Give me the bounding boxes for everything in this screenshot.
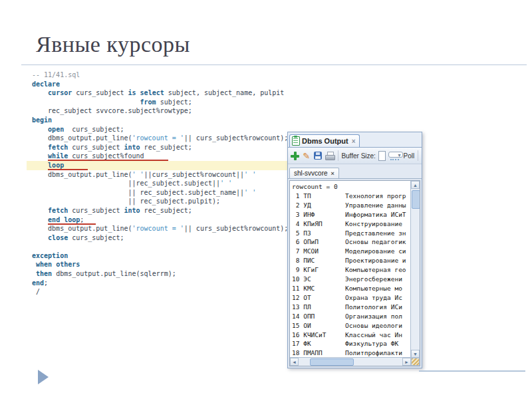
code-line: dbms_output.put_line('rowcount = '|| cur…: [27, 134, 301, 143]
code-line: dbms_output.put_line(' '||curs_subject%r…: [27, 170, 301, 180]
output-area: rowcount = 0 1 ТП Технология прогр 2 УД …: [289, 180, 420, 366]
code-line: from subject;: [27, 98, 301, 107]
poll-slider[interactable]: ▾: [388, 151, 401, 160]
code-line: exception: [27, 251, 301, 261]
buffer-size-input[interactable]: [378, 151, 386, 161]
code-line: -- 11/41.sql: [27, 70, 301, 80]
close-icon[interactable]: ×: [352, 138, 356, 145]
code-line: end;: [27, 279, 301, 288]
title-divider: [21, 65, 527, 65]
code-line: end loop;: [27, 215, 301, 225]
scroll-down-icon[interactable]: ▼: [411, 350, 420, 358]
poll-label: Poll: [404, 152, 415, 160]
tab-dbms-output[interactable]: Dbms Output ×: [289, 134, 360, 147]
slide-footer-triangle-icon: [38, 370, 49, 384]
code-line: cursor curs_subject is select subject, s…: [27, 88, 301, 98]
code-line: close curs_subject;: [27, 233, 301, 243]
scroll-up-icon[interactable]: ▲: [411, 181, 420, 189]
code-line: begin: [27, 116, 301, 125]
connection-tab-label: shl-svvcore: [294, 170, 328, 177]
add-output-button[interactable]: [291, 150, 299, 162]
code-line: while curs_subject%found: [27, 152, 301, 161]
code-block: -- 11/41.sqldeclare cursor curs_subject …: [27, 70, 301, 297]
code-line: declare: [27, 80, 301, 89]
slide-footer-line: [419, 370, 525, 372]
pencil-icon: ✎: [303, 152, 310, 160]
output-text: rowcount = 0 1 ТП Технология прогр 2 УД …: [290, 181, 420, 359]
connection-tab-bar: shl-svvcore ×: [288, 164, 422, 179]
code-line: fetch curs_subject into rec_subject;: [27, 143, 301, 152]
code-line: ||rec_subject.subject||' ': [27, 179, 301, 188]
slide: Явные курсоры -- 11/41.sqldeclare cursor…: [0, 0, 532, 399]
resize-grip[interactable]: [411, 358, 420, 366]
tab-shl-svvcore[interactable]: shl-svvcore ×: [289, 168, 339, 178]
poll-slider-ticks: [390, 159, 399, 160]
code-line: then dbms_output.put_line(sqlerrm);: [27, 269, 301, 279]
horizontal-scroll-thumb[interactable]: [310, 358, 354, 366]
poll-slider-track: [388, 152, 403, 158]
code-line: loop: [27, 161, 301, 170]
plus-icon: [291, 152, 299, 160]
page-title: Явные курсоры: [36, 32, 190, 57]
code-line: fetch curs_subject into rec_subject;: [27, 206, 301, 215]
code-line: || rec_subject.subject_name||' ': [27, 188, 301, 198]
toolbar-separator: [338, 150, 338, 161]
print-button[interactable]: [325, 150, 334, 162]
code-line: /: [27, 287, 301, 297]
code-line: [27, 242, 301, 251]
vertical-scrollbar[interactable]: ▲ ▼: [410, 181, 420, 358]
clear-button[interactable]: ✎: [302, 150, 311, 162]
printer-icon: [325, 152, 334, 160]
close-icon[interactable]: ×: [331, 170, 334, 177]
save-icon: [314, 152, 322, 160]
code-line: open curs_subject;: [27, 125, 301, 134]
dbms-output-icon: [292, 136, 300, 146]
poll-pointer-icon: ▾: [398, 153, 401, 158]
scroll-left-icon[interactable]: ◄: [290, 358, 299, 366]
code-line: dbms_output.put_line('rowcount = '|| cur…: [27, 224, 301, 233]
code-line: when others: [27, 260, 301, 269]
code-line: rec_subject svvcore.subject%rowtype;: [27, 106, 301, 116]
scroll-right-icon[interactable]: ►: [402, 358, 411, 366]
tab-label: Dbms Output: [302, 137, 348, 145]
save-button[interactable]: [313, 150, 322, 162]
horizontal-scrollbar[interactable]: ◄ ►: [290, 357, 411, 366]
toolbar-separator: [418, 150, 418, 161]
dbms-tab-bar: Dbms Output ×: [288, 132, 422, 148]
dbms-toolbar: ✎ Buffer Size: ▾ Poll: [288, 148, 422, 164]
vertical-scroll-thumb[interactable]: [412, 190, 420, 209]
code-line: || rec_subject.pulpit);: [27, 197, 301, 206]
dbms-output-window: Dbms Output × ✎ Buffer Size: ▾ Poll shl-…: [287, 132, 422, 368]
buffer-size-label: Buffer Size:: [341, 152, 376, 160]
